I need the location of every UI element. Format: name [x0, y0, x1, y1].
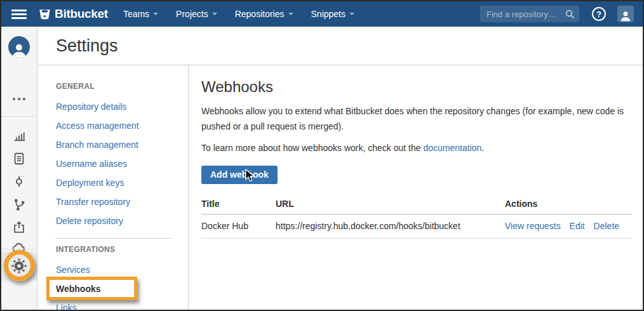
webhook-title-cell: Docker Hub	[201, 215, 276, 239]
sidenav-link[interactable]: Services	[56, 265, 90, 275]
top-nav-menu: Teams Projects Repositories Snippets	[114, 1, 363, 27]
sidenav-item-branch-management[interactable]: Branch management	[38, 135, 188, 154]
sidebar-item-pull-requests[interactable]	[1, 219, 37, 235]
sidenav-item-transfer-repository[interactable]: Transfer repository	[38, 192, 188, 211]
file-icon	[12, 152, 26, 166]
more-options-button[interactable]	[1, 93, 37, 105]
table-row: Docker Hub https://registry.hub.docker.c…	[201, 215, 632, 239]
webhook-actions-cell: View requests Edit Delete	[505, 215, 632, 239]
sidebar-item-source[interactable]	[1, 150, 37, 167]
bar-chart-icon	[12, 128, 27, 143]
chevron-down-icon	[212, 13, 217, 15]
webhooks-panel: Webhooks Webhooks allow you to extend wh…	[189, 65, 643, 310]
add-webhook-button[interactable]: Add webhook	[201, 166, 278, 184]
ellipsis-icon	[13, 98, 25, 100]
page-title: Settings	[56, 36, 118, 56]
sidenav-item-webhooks[interactable]: Webhooks	[38, 279, 188, 298]
sidebar-divider	[1, 249, 37, 249]
person-icon	[619, 10, 632, 22]
chevron-down-icon	[349, 13, 354, 15]
nav-snippets-label: Snippets	[311, 9, 345, 19]
sidebar-item-activity[interactable]	[1, 127, 37, 143]
repository-search[interactable]	[480, 6, 579, 22]
search-icon[interactable]	[565, 10, 574, 18]
webhooks-description: Webhooks allow you to extend what Bitbuc…	[201, 103, 627, 134]
sidenav-link[interactable]: Repository details	[56, 102, 126, 112]
delete-link[interactable]: Delete	[594, 221, 619, 231]
search-input[interactable]	[486, 10, 565, 19]
branch-icon	[13, 198, 26, 211]
bitbucket-logo[interactable]: Bitbucket	[38, 7, 108, 21]
sidenav-item-delete-repository[interactable]: Delete repository	[38, 211, 188, 230]
nav-projects-label: Projects	[176, 9, 208, 19]
sidenav-link[interactable]: Delete repository	[56, 216, 123, 226]
table-header-row: Title URL Actions	[201, 194, 632, 215]
sidenav-item-access-management[interactable]: Access management	[38, 116, 188, 135]
nav-teams[interactable]: Teams	[114, 1, 167, 27]
page-header: Settings	[38, 27, 643, 65]
sidebar-item-branches[interactable]	[1, 196, 37, 213]
sidebar-item-settings[interactable]	[1, 258, 37, 274]
sidenav-link[interactable]: Access management	[56, 121, 139, 131]
sidenav-item-services[interactable]: Services	[38, 260, 188, 279]
sidenav-link[interactable]: Links	[56, 303, 77, 311]
webhooks-table: Title URL Actions Docker Hub https://reg…	[201, 194, 632, 239]
general-nav-list: Repository details Access management Bra…	[38, 97, 188, 230]
chevron-down-icon	[153, 13, 158, 15]
sidenav-item-repository-details[interactable]: Repository details	[38, 97, 188, 116]
sidenav-link[interactable]: Username aliases	[56, 159, 127, 169]
help-glyph: ?	[596, 10, 601, 19]
edit-link[interactable]: Edit	[570, 221, 585, 231]
commit-icon	[12, 175, 26, 189]
section-label-general: GENERAL	[56, 82, 188, 91]
settings-sidenav: GENERAL Repository details Access manage…	[38, 65, 189, 310]
nav-repositories-label: Repositories	[235, 9, 285, 19]
view-requests-link[interactable]: View requests	[505, 221, 561, 231]
section-label-integrations: INTEGRATIONS	[56, 245, 188, 254]
sidenav-link[interactable]: Branch management	[56, 140, 138, 150]
hamburger-menu-icon[interactable]	[11, 10, 27, 19]
nav-teams-label: Teams	[123, 9, 149, 19]
learn-more-period: .	[481, 143, 484, 153]
learn-more-line: To learn more about how webhooks work, c…	[201, 140, 627, 156]
brand-name: Bitbucket	[55, 7, 108, 21]
documentation-link[interactable]: documentation	[423, 143, 481, 153]
repo-icon-sidebar	[1, 27, 37, 310]
nav-repositories[interactable]: Repositories	[226, 1, 302, 27]
sidenav-item-links[interactable]: Links	[38, 298, 188, 311]
sidebar-divider	[1, 116, 37, 117]
sidenav-section-divider	[55, 238, 172, 239]
sidenav-item-deployment-keys[interactable]: Deployment keys	[38, 173, 188, 192]
sidenav-link[interactable]: Transfer repository	[56, 197, 130, 207]
repo-avatar[interactable]	[1, 36, 37, 58]
column-header-url: URL	[276, 194, 505, 215]
sidenav-link[interactable]: Deployment keys	[56, 178, 124, 188]
user-avatar[interactable]	[617, 6, 634, 22]
column-header-title: Title	[201, 194, 276, 215]
learn-more-text: To learn more about how webhooks work, c…	[201, 143, 423, 153]
gear-icon	[11, 258, 27, 274]
nav-projects[interactable]: Projects	[167, 1, 226, 27]
sidebar-item-commits[interactable]	[1, 173, 37, 190]
nav-snippets[interactable]: Snippets	[302, 1, 363, 27]
share-upload-icon	[12, 220, 26, 234]
sidenav-item-username-aliases[interactable]: Username aliases	[38, 154, 188, 173]
integrations-nav-list: Services Webhooks Links	[38, 260, 188, 311]
help-icon[interactable]: ?	[592, 7, 606, 21]
column-header-actions: Actions	[505, 194, 632, 215]
webhooks-heading: Webhooks	[201, 78, 627, 96]
bitbucket-settings-window: Bitbucket Teams Projects Repositories Sn…	[0, 0, 644, 311]
chevron-down-icon	[288, 13, 293, 15]
top-navbar: Bitbucket Teams Projects Repositories Sn…	[1, 1, 643, 27]
bucket-icon	[38, 8, 51, 21]
webhook-url-cell: https://registry.hub.docker.com/hooks/bi…	[276, 215, 505, 239]
sidenav-active-link[interactable]: Webhooks	[56, 284, 101, 294]
repo-avatar-image	[8, 36, 30, 58]
